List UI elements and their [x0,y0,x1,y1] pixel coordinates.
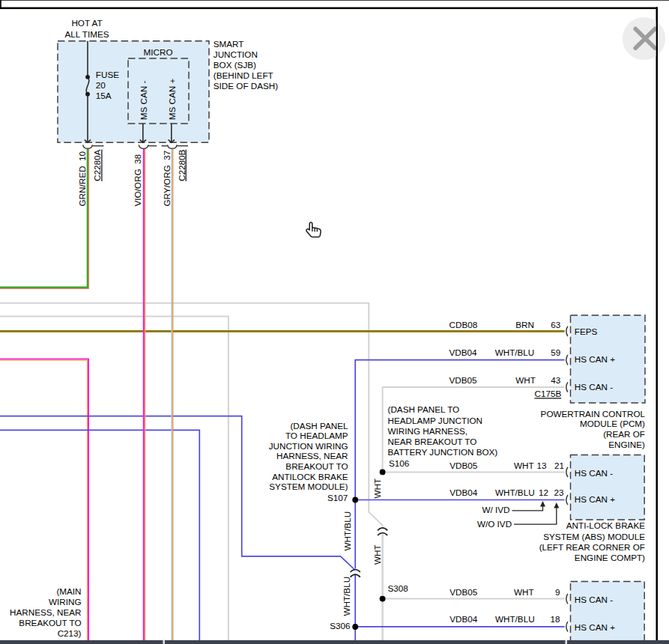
svg-text:ALL TIMES: ALL TIMES [64,29,109,39]
svg-text:VDB04: VDB04 [449,614,478,624]
svg-text:W/O IVD: W/O IVD [477,519,512,529]
svg-text:15A: 15A [96,91,112,100]
svg-text:GRN/RED 10: GRN/RED 10 [77,151,87,207]
svg-text:WIRING: WIRING [49,597,82,607]
svg-text:WHT: WHT [372,479,382,499]
svg-text:(BEHIND LEFT: (BEHIND LEFT [214,70,273,80]
svg-text:NEAR BREAKOUT TO: NEAR BREAKOUT TO [388,437,477,446]
svg-text:HS CAN +: HS CAN + [575,622,615,632]
svg-text:BOX (SJB): BOX (SJB) [214,60,256,70]
svg-text:SYSTEM MODULE): SYSTEM MODULE) [269,482,348,491]
svg-text:HEADLAMP JUNCTION: HEADLAMP JUNCTION [388,416,482,425]
svg-text:C213): C213) [58,628,82,638]
svg-text:WHT/BLU: WHT/BLU [495,614,535,624]
svg-text:JUNCTION WIRING: JUNCTION WIRING [269,441,348,451]
svg-text:SIDE OF DASH): SIDE OF DASH) [214,81,278,91]
svg-text:VDB04: VDB04 [449,347,478,357]
svg-text:(REAR OF: (REAR OF [603,429,645,439]
svg-text:WHT/BLU: WHT/BLU [495,487,535,497]
svg-text:C2280B: C2280B [177,150,187,181]
svg-text:FUSE: FUSE [96,70,119,79]
svg-text:HS CAN -: HS CAN - [575,382,613,392]
svg-text:FEPS: FEPS [575,326,598,336]
svg-text:HS CAN -: HS CAN - [575,468,613,478]
svg-text:WHT: WHT [514,461,534,470]
svg-text:HARNESS, NEAR: HARNESS, NEAR [10,607,81,617]
svg-text:ANTILOCK BRAKE: ANTILOCK BRAKE [272,472,348,482]
svg-text:HOT AT: HOT AT [71,18,102,28]
svg-text:WHT: WHT [515,375,536,385]
svg-text:GRY/ORG 37: GRY/ORG 37 [162,151,172,206]
svg-text:WHT: WHT [372,544,382,565]
svg-text:W/ IVD: W/ IVD [482,505,510,514]
svg-text:TO HEADLAMP: TO HEADLAMP [285,431,348,440]
svg-text:BREAKOUT TO: BREAKOUT TO [285,461,348,471]
svg-text:HS CAN -: HS CAN - [575,595,613,604]
svg-text:HS CAN +: HS CAN + [575,354,615,364]
svg-text:S308: S308 [388,583,408,593]
svg-text:S106: S106 [389,458,409,468]
svg-text:MS CAN -: MS CAN - [139,80,148,120]
svg-text:18: 18 [551,614,560,624]
svg-text:S306: S306 [330,621,350,631]
svg-text:VDB05: VDB05 [449,461,478,470]
svg-text:(MAIN: (MAIN [56,586,81,596]
svg-text:MODULE (PCM): MODULE (PCM) [580,419,645,428]
svg-text:12: 12 [539,487,548,497]
svg-text:BREAKOUT TO: BREAKOUT TO [19,618,81,628]
svg-text:SMART: SMART [214,39,244,49]
svg-text:(DASH PANEL: (DASH PANEL [290,421,348,431]
svg-text:20: 20 [96,80,106,90]
svg-text:9: 9 [555,587,560,597]
svg-text:ENGINE): ENGINE) [608,440,645,449]
svg-text:HS CAN +: HS CAN + [575,494,615,504]
svg-text:CDB08: CDB08 [449,320,478,329]
svg-text:VDB05: VDB05 [449,375,478,385]
svg-text:23: 23 [554,487,563,497]
svg-text:VDB05: VDB05 [449,587,478,597]
svg-text:S107: S107 [327,493,348,502]
svg-text:(LEFT REAR CORNER OF: (LEFT REAR CORNER OF [539,542,645,552]
svg-text:ENGINE COMPT): ENGINE COMPT) [575,553,645,562]
svg-text:WHT: WHT [514,587,534,597]
svg-text:VDB04: VDB04 [449,487,478,497]
svg-text:HARNESS, NEAR: HARNESS, NEAR [276,451,348,461]
svg-text:C175B: C175B [535,389,562,398]
svg-text:63: 63 [551,320,560,329]
svg-text:21: 21 [554,461,564,470]
svg-text:WHT/BLU: WHT/BLU [342,577,351,616]
svg-text:VIO/ORG 38: VIO/ORG 38 [133,154,142,207]
svg-text:(DASH PANEL TO: (DASH PANEL TO [388,404,460,414]
svg-text:59: 59 [551,347,560,357]
svg-text:WHT/BLU: WHT/BLU [495,347,535,357]
svg-text:JUNCTION: JUNCTION [214,49,258,59]
svg-text:BATTERY JUNCTION BOX): BATTERY JUNCTION BOX) [388,447,498,457]
svg-text:C2280A: C2280A [92,150,102,181]
svg-text:WHT/BLU: WHT/BLU [342,511,352,551]
svg-text:ANTI-LOCK BRAKE: ANTI-LOCK BRAKE [566,520,645,530]
svg-text:MICRO: MICRO [144,47,173,57]
svg-text:WIRING HARNESS,: WIRING HARNESS, [388,426,468,436]
svg-text:MS CAN +: MS CAN + [167,78,177,120]
svg-text:POWERTRAIN CONTROL: POWERTRAIN CONTROL [541,409,646,419]
svg-text:13: 13 [536,461,546,470]
svg-text:SYSTEM (ABS) MODULE: SYSTEM (ABS) MODULE [543,532,645,541]
svg-text:BRN: BRN [515,320,534,329]
svg-text:43: 43 [551,375,560,385]
